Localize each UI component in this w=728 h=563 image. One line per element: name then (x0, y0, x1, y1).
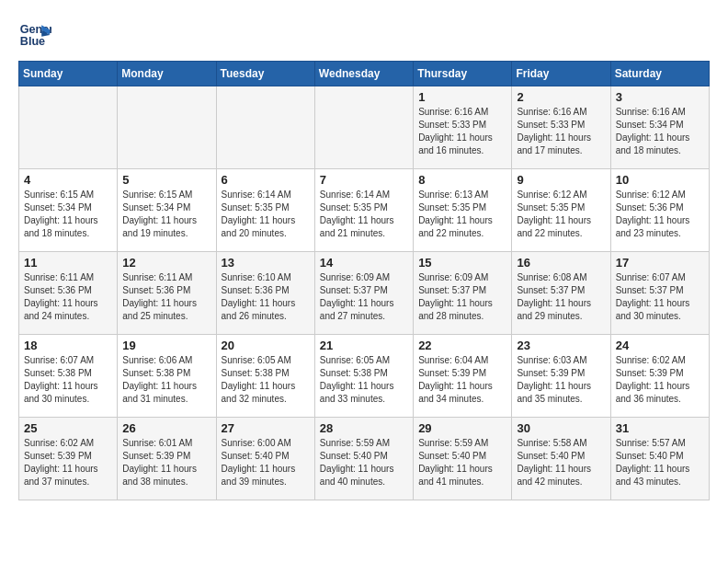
day-header-sunday: Sunday (19, 62, 118, 86)
day-info: Sunrise: 5:57 AM Sunset: 5:40 PM Dayligh… (616, 437, 704, 488)
day-info: Sunrise: 6:16 AM Sunset: 5:33 PM Dayligh… (418, 106, 506, 157)
day-header-wednesday: Wednesday (314, 62, 413, 86)
calendar-cell (19, 86, 118, 169)
calendar-cell: 23Sunrise: 6:03 AM Sunset: 5:39 PM Dayli… (512, 335, 610, 418)
day-number: 28 (320, 421, 408, 435)
day-info: Sunrise: 6:16 AM Sunset: 5:33 PM Dayligh… (517, 106, 605, 157)
day-info: Sunrise: 6:12 AM Sunset: 5:35 PM Dayligh… (517, 189, 605, 240)
day-info: Sunrise: 6:01 AM Sunset: 5:39 PM Dayligh… (122, 437, 210, 488)
day-number: 18 (24, 339, 112, 352)
calendar-cell: 20Sunrise: 6:05 AM Sunset: 5:38 PM Dayli… (216, 335, 314, 418)
day-info: Sunrise: 6:11 AM Sunset: 5:36 PM Dayligh… (24, 271, 112, 323)
day-number: 1 (418, 90, 506, 104)
day-info: Sunrise: 6:06 AM Sunset: 5:38 PM Dayligh… (122, 354, 210, 406)
day-number: 3 (616, 90, 704, 104)
calendar-table: SundayMondayTuesdayWednesdayThursdayFrid… (18, 61, 710, 500)
calendar-cell: 1Sunrise: 6:16 AM Sunset: 5:33 PM Daylig… (414, 86, 512, 169)
day-number: 6 (222, 173, 310, 187)
calendar-cell: 31Sunrise: 5:57 AM Sunset: 5:40 PM Dayli… (610, 418, 709, 500)
day-number: 25 (24, 421, 112, 435)
day-number: 8 (418, 173, 506, 187)
day-info: Sunrise: 6:15 AM Sunset: 5:34 PM Dayligh… (24, 189, 112, 240)
calendar-cell: 30Sunrise: 5:58 AM Sunset: 5:40 PM Dayli… (512, 418, 610, 500)
day-number: 26 (122, 421, 210, 435)
calendar-cell: 14Sunrise: 6:09 AM Sunset: 5:37 PM Dayli… (314, 252, 413, 335)
calendar-cell: 6Sunrise: 6:14 AM Sunset: 5:35 PM Daylig… (216, 169, 314, 252)
day-number: 29 (418, 421, 506, 435)
day-info: Sunrise: 6:08 AM Sunset: 5:37 PM Dayligh… (517, 271, 605, 323)
day-number: 13 (222, 256, 310, 270)
calendar-week-2: 4Sunrise: 6:15 AM Sunset: 5:34 PM Daylig… (19, 169, 710, 252)
day-number: 22 (418, 339, 506, 352)
day-header-saturday: Saturday (610, 62, 709, 86)
calendar-header: SundayMondayTuesdayWednesdayThursdayFrid… (19, 62, 710, 86)
calendar-cell (118, 86, 216, 169)
day-info: Sunrise: 6:03 AM Sunset: 5:39 PM Dayligh… (517, 354, 605, 406)
day-number: 11 (24, 256, 112, 270)
day-info: Sunrise: 6:09 AM Sunset: 5:37 PM Dayligh… (418, 271, 506, 323)
day-header-friday: Friday (512, 62, 610, 86)
day-info: Sunrise: 6:00 AM Sunset: 5:40 PM Dayligh… (222, 437, 310, 488)
day-number: 21 (320, 339, 408, 352)
calendar-cell: 8Sunrise: 6:13 AM Sunset: 5:35 PM Daylig… (414, 169, 512, 252)
calendar-cell: 5Sunrise: 6:15 AM Sunset: 5:34 PM Daylig… (118, 169, 216, 252)
calendar-week-1: 1Sunrise: 6:16 AM Sunset: 5:33 PM Daylig… (19, 86, 710, 169)
calendar-cell: 10Sunrise: 6:12 AM Sunset: 5:36 PM Dayli… (610, 169, 709, 252)
calendar-cell: 17Sunrise: 6:07 AM Sunset: 5:37 PM Dayli… (610, 252, 709, 335)
calendar-cell (314, 86, 413, 169)
logo-icon: General Blue (18, 18, 51, 52)
day-header-thursday: Thursday (414, 62, 512, 86)
day-number: 24 (616, 339, 704, 352)
day-info: Sunrise: 6:14 AM Sunset: 5:35 PM Dayligh… (320, 189, 408, 240)
calendar-cell: 28Sunrise: 5:59 AM Sunset: 5:40 PM Dayli… (314, 418, 413, 500)
day-info: Sunrise: 6:16 AM Sunset: 5:34 PM Dayligh… (616, 106, 704, 157)
calendar-cell: 24Sunrise: 6:02 AM Sunset: 5:39 PM Dayli… (610, 335, 709, 418)
calendar-cell: 9Sunrise: 6:12 AM Sunset: 5:35 PM Daylig… (512, 169, 610, 252)
day-number: 19 (122, 339, 210, 352)
day-number: 7 (320, 173, 408, 187)
calendar-cell: 16Sunrise: 6:08 AM Sunset: 5:37 PM Dayli… (512, 252, 610, 335)
calendar-cell: 19Sunrise: 6:06 AM Sunset: 5:38 PM Dayli… (118, 335, 216, 418)
day-number: 10 (616, 173, 704, 187)
calendar-cell: 13Sunrise: 6:10 AM Sunset: 5:36 PM Dayli… (216, 252, 314, 335)
day-number: 9 (517, 173, 605, 187)
calendar-week-3: 11Sunrise: 6:11 AM Sunset: 5:36 PM Dayli… (19, 252, 710, 335)
day-info: Sunrise: 6:04 AM Sunset: 5:39 PM Dayligh… (418, 354, 506, 406)
day-number: 2 (517, 90, 605, 104)
day-info: Sunrise: 6:02 AM Sunset: 5:39 PM Dayligh… (616, 354, 704, 406)
calendar-week-5: 25Sunrise: 6:02 AM Sunset: 5:39 PM Dayli… (19, 418, 710, 500)
day-info: Sunrise: 6:02 AM Sunset: 5:39 PM Dayligh… (24, 437, 112, 488)
calendar-cell: 27Sunrise: 6:00 AM Sunset: 5:40 PM Dayli… (216, 418, 314, 500)
calendar-cell: 25Sunrise: 6:02 AM Sunset: 5:39 PM Dayli… (19, 418, 118, 500)
day-header-monday: Monday (118, 62, 216, 86)
day-number: 30 (517, 421, 605, 435)
calendar-cell: 29Sunrise: 5:59 AM Sunset: 5:40 PM Dayli… (414, 418, 512, 500)
day-info: Sunrise: 6:13 AM Sunset: 5:35 PM Dayligh… (418, 189, 506, 240)
day-number: 20 (222, 339, 310, 352)
day-info: Sunrise: 5:59 AM Sunset: 5:40 PM Dayligh… (418, 437, 506, 488)
calendar-cell: 22Sunrise: 6:04 AM Sunset: 5:39 PM Dayli… (414, 335, 512, 418)
calendar-cell: 11Sunrise: 6:11 AM Sunset: 5:36 PM Dayli… (19, 252, 118, 335)
day-header-tuesday: Tuesday (216, 62, 314, 86)
calendar-cell: 2Sunrise: 6:16 AM Sunset: 5:33 PM Daylig… (512, 86, 610, 169)
calendar-cell: 26Sunrise: 6:01 AM Sunset: 5:39 PM Dayli… (118, 418, 216, 500)
calendar-cell: 4Sunrise: 6:15 AM Sunset: 5:34 PM Daylig… (19, 169, 118, 252)
day-number: 5 (122, 173, 210, 187)
day-info: Sunrise: 6:05 AM Sunset: 5:38 PM Dayligh… (222, 354, 310, 406)
calendar-cell: 7Sunrise: 6:14 AM Sunset: 5:35 PM Daylig… (314, 169, 413, 252)
day-number: 17 (616, 256, 704, 270)
day-number: 12 (122, 256, 210, 270)
day-number: 23 (517, 339, 605, 352)
day-info: Sunrise: 6:07 AM Sunset: 5:38 PM Dayligh… (24, 354, 112, 406)
day-info: Sunrise: 6:05 AM Sunset: 5:38 PM Dayligh… (320, 354, 408, 406)
calendar-cell: 12Sunrise: 6:11 AM Sunset: 5:36 PM Dayli… (118, 252, 216, 335)
calendar-cell: 3Sunrise: 6:16 AM Sunset: 5:34 PM Daylig… (610, 86, 709, 169)
page-header: General Blue (18, 18, 710, 52)
day-info: Sunrise: 6:09 AM Sunset: 5:37 PM Dayligh… (320, 271, 408, 323)
day-info: Sunrise: 5:58 AM Sunset: 5:40 PM Dayligh… (517, 437, 605, 488)
day-info: Sunrise: 6:14 AM Sunset: 5:35 PM Dayligh… (222, 189, 310, 240)
day-info: Sunrise: 6:12 AM Sunset: 5:36 PM Dayligh… (616, 189, 704, 240)
day-info: Sunrise: 6:15 AM Sunset: 5:34 PM Dayligh… (122, 189, 210, 240)
day-info: Sunrise: 6:11 AM Sunset: 5:36 PM Dayligh… (122, 271, 210, 323)
logo: General Blue (18, 18, 55, 52)
